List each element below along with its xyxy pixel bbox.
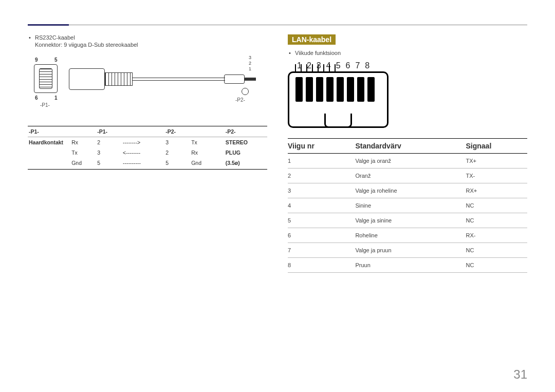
rs232-bullet: RS232C-kaabel: [28, 34, 267, 41]
hdr-p1a: -P1-: [28, 128, 70, 135]
lan-row: 3 Valge ja roheline RX+: [288, 183, 527, 198]
stereo-jack-body-icon: [224, 74, 245, 84]
stereo-jack-tip-icon: [245, 78, 256, 81]
rj45-diagram: 1 2 3 4 5 6 7 8: [288, 61, 391, 128]
page-number: 31: [513, 367, 527, 382]
jack-wire-labels: 3 2 1: [249, 55, 251, 72]
diagram-p2-label: -P2-: [235, 97, 245, 103]
dsub-connector-icon: [69, 68, 105, 90]
plug-label: PLUG: [225, 150, 267, 156]
jack-wire-2: 2: [249, 61, 251, 66]
rs232-row-2: Tx 3 <-------- 2 Rx PLUG: [28, 147, 267, 158]
dsub-front-icon: [34, 64, 58, 93]
lan-row: 7 Valge ja pruun NC: [288, 243, 527, 258]
rs232-row-3: Gnd 5 ---------- 5 Gnd (3.5ø): [28, 158, 267, 170]
right-column: LAN-kaabel Viikude funktsioon 1 2 3 4 5 …: [288, 34, 527, 273]
rs232-diagram: 9 5 6 1 -P1- 3 2 1 -P2-: [28, 55, 267, 122]
lan-table: Viigu nr Standardvärv Signaal 1 Valge ja…: [288, 138, 527, 273]
lan-row: 2 Oranž TX-: [288, 169, 527, 183]
rs232-row-1: Haardkontakt Rx 2 --------> 3 Tx STEREO: [28, 137, 267, 147]
hdr-p2a: -P2-: [164, 128, 190, 135]
diagram-p1-label: -P1-: [40, 102, 50, 108]
hdr-p1b: -P1-: [96, 128, 122, 135]
page-top-rule: [28, 25, 527, 25]
hdr-pin: Viigu nr: [288, 142, 355, 150]
dsub-pin-9: 9: [35, 57, 38, 63]
rj45-clip-icon: [324, 114, 352, 128]
dsub-pin-5: 5: [54, 57, 58, 63]
size-label: (3.5ø): [225, 160, 267, 166]
cable-strain-relief-icon: [105, 72, 133, 86]
lan-bullet: Viikude funktsioon: [288, 50, 527, 56]
rs232-table-header: -P1- -P1- -P2- -P2-: [28, 126, 267, 137]
lan-row: 1 Valge ja oranž TX+: [288, 154, 527, 169]
lan-row: 4 Sinine NC: [288, 198, 527, 213]
row-label: Haardkontakt: [28, 139, 70, 145]
hdr-signal: Signaal: [466, 142, 527, 150]
lan-row: 8 Pruun NC: [288, 258, 527, 273]
lan-section-title: LAN-kaabel: [288, 34, 336, 45]
stereo-jack-end-icon: [242, 88, 249, 95]
content-columns: RS232C-kaabel Konnektor: 9 viiguga D-Sub…: [28, 34, 527, 273]
jack-wire-3: 3: [249, 55, 251, 61]
lan-row: 5 Valge ja sinine NC: [288, 213, 527, 228]
hdr-p2b: -P2-: [225, 128, 267, 135]
rj45-connector-icon: [288, 71, 388, 128]
left-column: RS232C-kaabel Konnektor: 9 viiguga D-Sub…: [28, 34, 267, 273]
stereo-label: STEREO: [225, 139, 267, 145]
dsub-pin-6: 6: [35, 95, 38, 101]
lan-table-header: Viigu nr Standardvärv Signaal: [288, 138, 527, 154]
jack-wire-1: 1: [249, 66, 251, 72]
dsub-pin-1: 1: [54, 95, 58, 101]
hdr-color: Standardvärv: [355, 142, 466, 150]
rs232-connector-desc: Konnektor: 9 viiguga D-Sub stereokaabel: [28, 42, 267, 48]
lan-row: 6 Roheline RX-: [288, 228, 527, 243]
cable-line-icon: [133, 78, 225, 81]
